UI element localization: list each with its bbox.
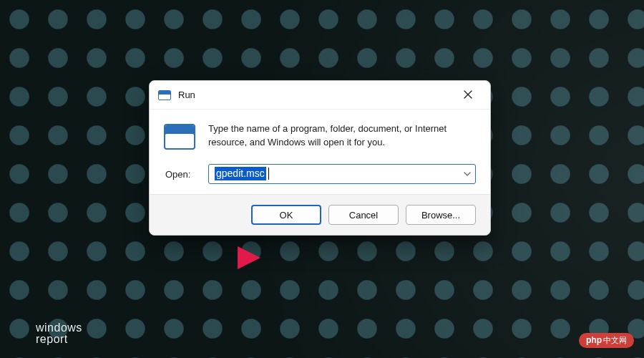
- watermark-line1: windows: [36, 321, 82, 334]
- watermark-php-badge: php 中文网: [579, 333, 634, 348]
- desktop-background: Run Type the name of a program, folder, …: [0, 0, 644, 358]
- ok-button[interactable]: OK: [251, 205, 321, 225]
- badge-main: php: [586, 335, 602, 345]
- annotation-arrow: [163, 236, 263, 275]
- badge-suffix: 中文网: [603, 336, 627, 346]
- open-input-wrap: gpedit.msc: [208, 164, 476, 184]
- text-caret: [268, 168, 269, 180]
- chevron-down-icon[interactable]: [464, 168, 471, 180]
- close-icon: [464, 89, 472, 102]
- open-input-selected-text: gpedit.msc: [215, 167, 266, 180]
- instruction-text: Type the name of a program, folder, docu…: [208, 122, 476, 150]
- window-title: Run: [178, 90, 195, 100]
- open-label: Open:: [164, 169, 201, 180]
- titlebar-left: Run: [158, 90, 195, 100]
- watermark-windows-report: windows report: [36, 322, 82, 345]
- run-illustration-icon: [164, 124, 195, 150]
- browse-button[interactable]: Browse...: [406, 205, 476, 225]
- run-app-icon: [158, 90, 171, 100]
- dialog-body: Type the name of a program, folder, docu…: [150, 110, 490, 194]
- close-button[interactable]: [456, 85, 480, 105]
- run-dialog: Run Type the name of a program, folder, …: [149, 80, 491, 236]
- titlebar: Run: [150, 81, 490, 110]
- cancel-button[interactable]: Cancel: [328, 205, 399, 225]
- watermark-line2: report: [36, 334, 82, 345]
- dialog-footer: OK Cancel Browse...: [150, 194, 490, 235]
